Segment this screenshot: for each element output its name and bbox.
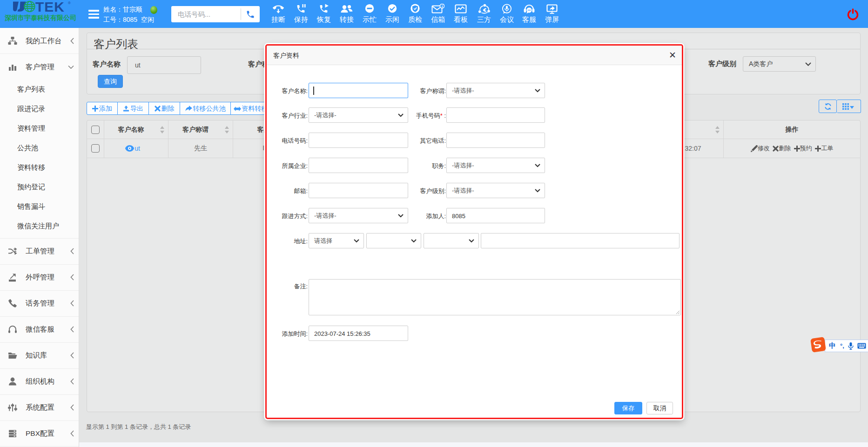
svg-text:深圳市宇泰科技有限公司: 深圳市宇泰科技有限公司 <box>4 14 76 21</box>
svg-text:TEK: TEK <box>35 0 65 14</box>
svg-text:®: ® <box>68 1 71 5</box>
